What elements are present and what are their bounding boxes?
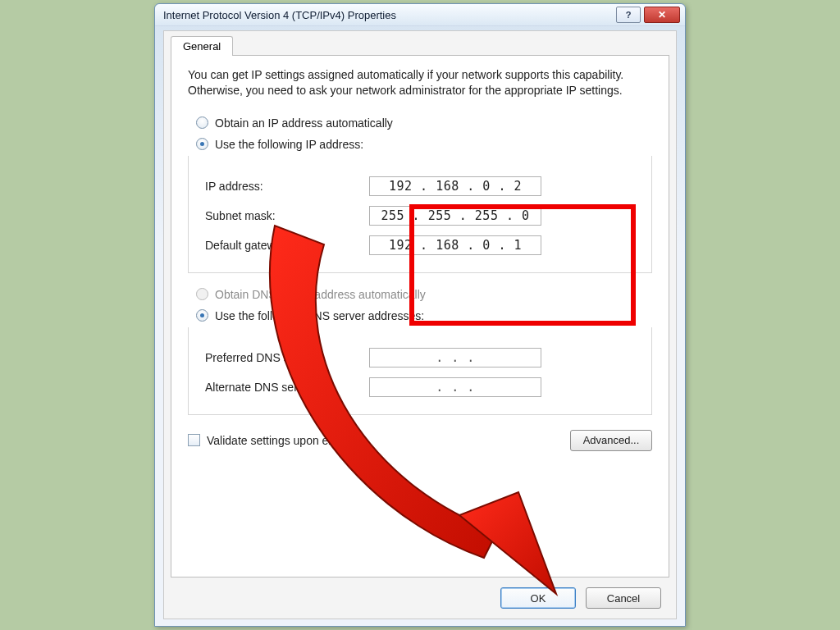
radio-label: Use the following DNS server addresses: <box>215 309 424 322</box>
window-title: Internet Protocol Version 4 (TCP/IPv4) P… <box>163 9 613 21</box>
group-ip: IP address: 192 . 168 . 0 . 2 Subnet mas… <box>188 156 652 273</box>
radio-icon <box>196 288 208 300</box>
input-alternate-dns[interactable]: . . . <box>369 377 541 397</box>
radio-row-use-following-dns[interactable]: Use the following DNS server addresses: <box>196 309 652 322</box>
row-validate-on-exit[interactable]: Validate settings upon exit <box>188 434 340 447</box>
radio-label: Obtain an IP address automatically <box>215 116 393 130</box>
dialog-buttons: OK Cancel <box>500 587 661 609</box>
row-alternate-dns: Alternate DNS server: . . . <box>202 375 638 399</box>
ok-button[interactable]: OK <box>500 587 576 609</box>
checkbox-label: Validate settings upon exit <box>207 434 340 447</box>
tab-page-general: You can get IP settings assigned automat… <box>171 55 669 578</box>
input-ip-address[interactable]: 192 . 168 . 0 . 2 <box>369 176 541 196</box>
titlebar: Internet Protocol Version 4 (TCP/IPv4) P… <box>155 4 685 26</box>
label-preferred-dns: Preferred DNS server: <box>202 351 369 364</box>
intro-text: You can get IP settings assigned automat… <box>188 67 652 98</box>
radio-label: Obtain DNS server address automatically <box>215 288 426 301</box>
row-subnet-mask: Subnet mask: 255 . 255 . 255 . 0 <box>202 203 638 228</box>
label-ip-address: IP address: <box>202 180 369 193</box>
radio-row-use-following-ip[interactable]: Use the following IP address: <box>196 138 652 151</box>
checkbox-icon <box>188 434 200 446</box>
radio-row-obtain-dns-auto: Obtain DNS server address automatically <box>196 288 652 301</box>
close-button[interactable]: ✕ <box>644 7 680 23</box>
help-icon: ? <box>626 10 632 20</box>
page-backdrop: Internet Protocol Version 4 (TCP/IPv4) P… <box>0 0 840 630</box>
input-preferred-dns[interactable]: . . . <box>369 348 541 368</box>
radio-label: Use the following IP address: <box>215 138 363 151</box>
cancel-button[interactable]: Cancel <box>586 587 661 609</box>
label-subnet-mask: Subnet mask: <box>202 209 369 222</box>
radio-icon <box>196 309 208 322</box>
radio-row-obtain-ip-auto[interactable]: Obtain an IP address automatically <box>196 116 652 130</box>
row-ip-address: IP address: 192 . 168 . 0 . 2 <box>202 174 638 199</box>
label-alternate-dns: Alternate DNS server: <box>202 381 369 394</box>
label-default-gateway: Default gateway: <box>202 239 369 252</box>
tab-strip: General <box>171 34 233 56</box>
advanced-button[interactable]: Advanced... <box>570 430 652 451</box>
radio-icon <box>196 138 208 150</box>
help-button[interactable]: ? <box>616 7 641 23</box>
close-icon: ✕ <box>658 9 666 21</box>
radio-icon <box>196 116 208 129</box>
client-area: General You can get IP settings assigned… <box>163 30 677 619</box>
input-subnet-mask[interactable]: 255 . 255 . 255 . 0 <box>369 206 541 226</box>
properties-window: Internet Protocol Version 4 (TCP/IPv4) P… <box>154 3 686 627</box>
input-default-gateway[interactable]: 192 . 168 . 0 . 1 <box>369 235 541 255</box>
tab-general[interactable]: General <box>171 36 233 56</box>
bottom-row: Validate settings upon exit Advanced... <box>188 430 652 451</box>
row-default-gateway: Default gateway: 192 . 168 . 0 . 1 <box>202 233 638 258</box>
row-preferred-dns: Preferred DNS server: . . . <box>202 345 638 370</box>
group-dns: Preferred DNS server: . . . Alternate DN… <box>188 327 652 415</box>
